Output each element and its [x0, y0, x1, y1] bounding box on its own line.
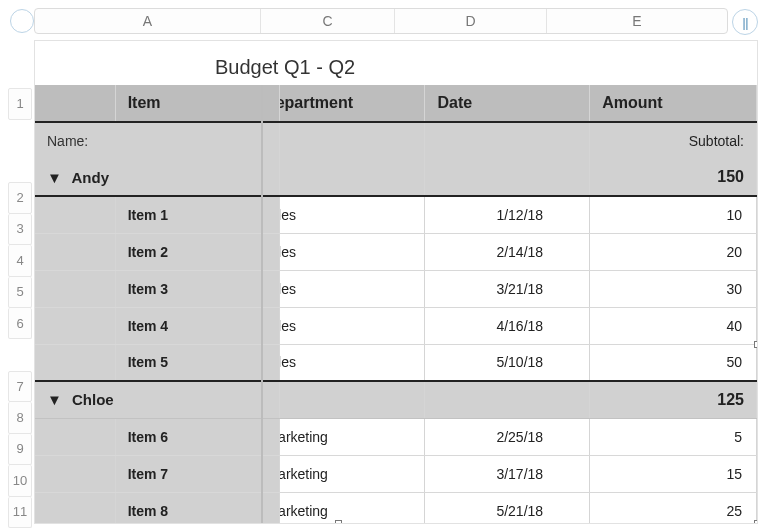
row-header[interactable]: 5 — [8, 277, 32, 308]
table-title[interactable]: Budget Q1 - Q2 — [35, 41, 757, 85]
column-divider[interactable] — [261, 85, 263, 523]
col-header-A[interactable]: A — [35, 9, 261, 33]
table-row: Item 5 ales 5/10/18 50 — [35, 344, 757, 381]
disclosure-andy: ▼ Andy — [35, 159, 280, 196]
table-row: Item 3 ales 3/21/18 30 — [35, 270, 757, 307]
row-header[interactable]: 8 — [8, 402, 32, 433]
chevron-down-icon[interactable]: ▼ — [47, 169, 62, 186]
header-date[interactable]: Date — [425, 85, 590, 122]
row-header[interactable]: 9 — [8, 434, 32, 465]
col-header-E[interactable]: E — [547, 9, 727, 33]
table-row: Item 8 1arketing 5/21/18 25 — [35, 492, 757, 524]
chevron-down-icon[interactable]: ▼ — [47, 391, 62, 408]
disclosure-chloe: ▼ Chloe — [35, 381, 280, 418]
row-header[interactable]: 4 — [8, 245, 32, 276]
row-header[interactable]: 2 — [8, 182, 32, 214]
col-header-D[interactable]: D — [395, 9, 547, 33]
row-header[interactable]: 7 — [8, 371, 32, 403]
header-blank[interactable] — [35, 85, 115, 122]
table-row: Item 1 ales 1/12/18 10 — [35, 196, 757, 233]
row-header[interactable]: 10 — [8, 465, 32, 496]
row-header[interactable]: 1 — [8, 88, 32, 120]
column-header-strip: A C D E — [0, 8, 768, 34]
table-row: Item 2 ales 2/14/18 20 — [35, 233, 757, 270]
spreadsheet-body: Budget Q1 - Q2 Item )epartment Date Amou… — [34, 40, 758, 524]
subtotal-label: Subtotal: — [590, 122, 757, 159]
header-item[interactable]: Item — [115, 85, 280, 122]
group-total: 125 — [590, 381, 757, 418]
table-row: Item 7 1arketing 3/17/18 15 — [35, 455, 757, 492]
row-header[interactable]: 6 — [8, 308, 32, 339]
row-header[interactable]: 11 — [8, 497, 32, 528]
group-name-row[interactable]: ▼ Andy 150 — [35, 159, 757, 196]
header-department[interactable]: )epartment — [280, 85, 425, 122]
data-table: Item )epartment Date Amount Name: Subtot… — [35, 85, 757, 524]
resize-handle-icon[interactable] — [754, 341, 758, 348]
group-total: 150 — [590, 159, 757, 196]
col-header-C[interactable]: C — [261, 9, 395, 33]
row-header[interactable]: 3 — [8, 214, 32, 245]
table-row: Item 6 1arketing 2/25/18 5 — [35, 418, 757, 455]
table-row: Item 4 ales 4/16/18 40 — [35, 307, 757, 344]
header-amount[interactable]: Amount — [590, 85, 757, 122]
header-row: Item )epartment Date Amount — [35, 85, 757, 122]
group-label-row: Name: Subtotal: — [35, 122, 757, 159]
group-name-row[interactable]: ▼ Chloe 125 — [35, 381, 757, 418]
row-header-strip: 1 2 3 4 5 6 7 8 9 10 11 — [8, 88, 32, 528]
name-label: Name: — [35, 122, 280, 159]
